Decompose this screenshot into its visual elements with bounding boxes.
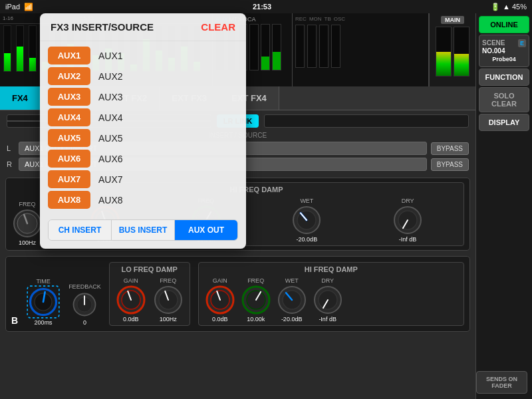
- main-meter-area: MAIN: [429, 13, 475, 86]
- aux-row-8: AUX8 AUX8: [48, 191, 238, 209]
- aux-meter-5: [261, 24, 270, 70]
- freq-knob[interactable]: [11, 207, 43, 239]
- wet-value: -20.0dB: [297, 236, 318, 243]
- aux1-label: AUX1: [98, 51, 123, 61]
- scene-label: SCENE: [482, 39, 505, 47]
- time-knob[interactable]: [26, 285, 61, 319]
- aux4-label: AUX4: [98, 112, 123, 123]
- dry-knob[interactable]: [392, 204, 424, 236]
- hi-b-dry-wrap: DRY -Inf dB: [312, 277, 344, 323]
- ch-2: [14, 25, 26, 85]
- battery-percent: ▲ 45%: [503, 3, 527, 11]
- wet-knob[interactable]: [291, 204, 323, 236]
- aux-row-2: AUX2 AUX2: [48, 67, 238, 85]
- lo-gain-label: GAIN: [124, 277, 138, 284]
- display-button[interactable]: DISPLAY: [479, 114, 529, 131]
- freq-knob-label: FREQ: [19, 201, 35, 207]
- osc-meter: [331, 25, 340, 68]
- dry-label: DRY: [402, 198, 414, 204]
- ch-insert-tab[interactable]: CH INSERT: [49, 220, 112, 240]
- b-label: B: [11, 315, 18, 326]
- bypass-l-button[interactable]: BYPASS: [431, 142, 469, 155]
- ch-1: [1, 25, 13, 85]
- wet-label: WET: [300, 198, 313, 204]
- overlay-clear-button[interactable]: CLEAR: [201, 21, 235, 33]
- function-button[interactable]: FUNCTION: [479, 68, 529, 86]
- scene-number: NO.004: [482, 47, 505, 55]
- aux6-button[interactable]: AUX6: [48, 150, 90, 168]
- rec-mon-block: REC MON TB OSC: [293, 13, 429, 86]
- ipad-label: iPad: [5, 3, 20, 11]
- main-label: MAIN: [441, 16, 464, 24]
- section-b: B TIME 200ms FEEDBACK: [5, 256, 470, 332]
- aux5-label: AUX5: [98, 133, 123, 144]
- lo-freq-damp-title: LO FREQ DAMP: [115, 265, 184, 273]
- wifi-icon: 📶: [24, 3, 33, 11]
- overlay-title: FX3 INSERT/SOURCE: [51, 21, 154, 33]
- scene-num-row: NO.004: [482, 47, 526, 55]
- hi-b-wet-knob[interactable]: [276, 284, 308, 316]
- sends-on-fader-button[interactable]: SENDS ON FADER: [476, 371, 527, 394]
- lo-gain-wrap: GAIN 0.0dB: [115, 277, 147, 323]
- main-meter-r: [454, 27, 469, 76]
- aux-meter-4: [249, 24, 259, 70]
- rec-label: REC: [295, 16, 307, 22]
- hi-b-gain-wrap: GAIN 0.0dB: [204, 277, 236, 323]
- mon-label: MON: [309, 16, 322, 22]
- osc-label: OSC: [334, 16, 345, 22]
- aux7-button[interactable]: AUX7: [48, 170, 90, 188]
- lo-freq-knob[interactable]: [152, 284, 184, 316]
- aux8-label: AUX8: [98, 195, 123, 205]
- aux3-label: AUX3: [98, 92, 123, 102]
- aux-row-5: AUX5 AUX5: [48, 129, 238, 147]
- lo-freq-wrap: FREQ 100Hz: [152, 277, 184, 323]
- time-knob-wrap: TIME 200ms: [26, 278, 61, 326]
- time-value: 200ms: [35, 319, 53, 326]
- bypass-r-button[interactable]: BYPASS: [431, 158, 469, 171]
- tb-meter: [319, 25, 329, 68]
- aux2-label: AUX2: [98, 71, 123, 82]
- right-sidebar: ONLINE SCENE E NO.004 Probe04 FUNCTION S…: [475, 13, 532, 399]
- hi-b-freq-knob[interactable]: [240, 284, 272, 316]
- lo-gain-knob[interactable]: [115, 284, 147, 316]
- aux2-button[interactable]: AUX2: [48, 67, 90, 85]
- status-left: iPad 📶: [5, 3, 33, 11]
- feedback-knob[interactable]: [70, 290, 99, 319]
- overlay-header: FX3 INSERT/SOURCE CLEAR: [40, 13, 246, 41]
- scene-edit-badge: E: [518, 39, 526, 47]
- lo-freq-value: 100Hz: [160, 316, 177, 323]
- scene-name: Probe04: [482, 56, 526, 63]
- aux-row-6: AUX6 AUX6: [48, 150, 238, 168]
- scene-button[interactable]: SCENE E NO.004 Probe04: [479, 35, 529, 67]
- solo-clear-button[interactable]: SOLO CLEAR: [479, 87, 529, 112]
- l-label: L: [7, 144, 15, 152]
- time-label: TIME: [36, 278, 51, 285]
- aux4-button[interactable]: AUX4: [48, 108, 90, 126]
- hi-b-gain-knob[interactable]: [204, 284, 236, 316]
- aux-out-tab[interactable]: AUX OUT: [175, 220, 237, 240]
- freq-knob-wrap: FREQ 100Hz: [11, 201, 43, 246]
- aux6-label: AUX6: [98, 154, 123, 164]
- overlay-panel: FX3 INSERT/SOURCE CLEAR AUX1 AUX1 AUX2 A…: [40, 13, 246, 249]
- aux-list: AUX1 AUX1 AUX2 AUX2 AUX3 AUX3 AUX4 AUX4 …: [40, 41, 246, 214]
- ch-3-meter: [29, 25, 37, 72]
- wet-knob-wrap: WET -20.0dB: [291, 198, 323, 243]
- online-button[interactable]: ONLINE: [479, 16, 529, 33]
- hi-b-freq-wrap: FREQ 10.00k: [240, 277, 272, 323]
- rec-meter: [295, 25, 305, 68]
- lo-gain-value: 0.0dB: [123, 316, 139, 323]
- tab-fx4[interactable]: FX4: [0, 86, 41, 110]
- aux1-button[interactable]: AUX1: [48, 47, 90, 65]
- aux8-button[interactable]: AUX8: [48, 191, 90, 209]
- main-meters: [436, 27, 469, 76]
- aux7-label: AUX7: [98, 174, 123, 185]
- meter-range-1: 1-16: [3, 15, 13, 21]
- main-meter-l: [436, 27, 452, 76]
- dry-value: -Inf dB: [399, 236, 417, 243]
- hi-b-dry-knob[interactable]: [312, 284, 344, 316]
- aux5-button[interactable]: AUX5: [48, 129, 90, 147]
- aux3-button[interactable]: AUX3: [48, 88, 90, 106]
- hi-b-wet-wrap: WET -20.0dB: [276, 277, 308, 323]
- aux-meter-6: [272, 24, 281, 70]
- bus-insert-tab[interactable]: BUS INSERT: [112, 220, 175, 240]
